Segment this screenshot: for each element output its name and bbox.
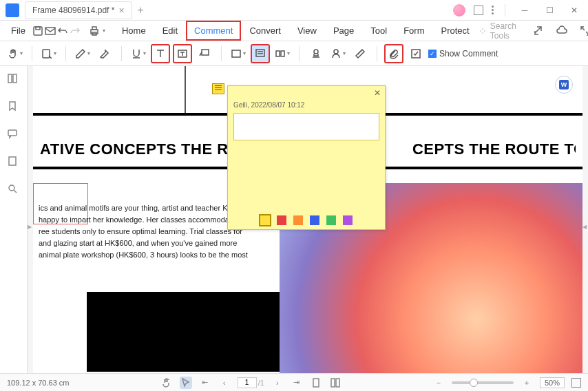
color-swatch[interactable] (293, 215, 303, 225)
note-tool-button[interactable] (251, 44, 270, 63)
file-menu[interactable]: File (6, 23, 31, 39)
search-panel-icon[interactable] (7, 183, 21, 197)
next-page-button[interactable]: › (271, 377, 284, 389)
mail-icon[interactable] (45, 23, 56, 39)
pencil-tool-button[interactable]: ▾ (73, 44, 92, 63)
document-canvas[interactable]: ▶ ATIVE CONCEPTS THE ROU CEPTS THE ROUTE… (28, 66, 588, 373)
close-tab-icon[interactable]: × (118, 5, 124, 16)
account-orb-icon[interactable] (453, 4, 465, 17)
svg-rect-2 (45, 28, 55, 34)
svg-rect-0 (34, 27, 42, 35)
sticky-note-marker[interactable] (212, 83, 224, 94)
stamp-tool-button[interactable] (306, 44, 326, 63)
hand-mode-icon[interactable] (160, 377, 173, 389)
page-dimensions: 109.12 x 70.63 cm (7, 379, 70, 387)
svg-rect-8 (202, 50, 209, 55)
save-icon[interactable] (32, 23, 43, 39)
sparkle-icon (479, 25, 486, 36)
svg-rect-4 (92, 27, 96, 30)
select-tool-button[interactable]: ▾ (39, 44, 59, 63)
show-comment-toggle[interactable]: ✓ Show Comment (428, 49, 498, 59)
undo-icon[interactable] (57, 23, 68, 39)
more-menu-icon[interactable] (492, 6, 494, 14)
maximize-button[interactable]: ☐ (541, 2, 558, 19)
sticky-close-button[interactable]: ✕ (374, 88, 381, 98)
search-tools[interactable]: Search Tools (479, 21, 521, 41)
page-number-input[interactable]: /1 (238, 377, 264, 388)
svg-point-14 (334, 50, 338, 54)
svg-rect-6 (43, 50, 50, 58)
color-swatch[interactable] (260, 215, 270, 225)
print-dropdown[interactable]: ▾ (101, 28, 105, 34)
svg-rect-19 (9, 157, 16, 165)
thumbnails-icon[interactable] (7, 73, 21, 87)
menu-tab-comment[interactable]: Comment (186, 21, 241, 41)
zoom-value[interactable]: 50% (540, 377, 565, 388)
share-icon[interactable] (530, 23, 547, 39)
prev-page-button[interactable]: ‹ (218, 377, 231, 389)
page-current-field[interactable] (238, 377, 257, 388)
first-page-button[interactable]: ⇤ (199, 377, 211, 389)
sticky-author: Geili, (233, 101, 249, 109)
expand-right-handle[interactable]: ◀ (582, 220, 588, 233)
fit-width-icon[interactable] (329, 377, 342, 389)
view-mode-icon[interactable] (571, 378, 581, 388)
export-word-badge[interactable]: W (555, 76, 573, 94)
menu-tab-view[interactable]: View (289, 21, 325, 41)
zoom-in-button[interactable]: + (521, 377, 533, 389)
app-action-icon[interactable] (474, 6, 483, 15)
comments-panel-icon[interactable] (7, 128, 21, 142)
svg-point-20 (9, 185, 14, 191)
color-swatch[interactable] (343, 215, 353, 225)
menu-tab-home[interactable]: Home (114, 21, 154, 41)
checklist-tool-button[interactable] (406, 44, 426, 63)
last-page-button[interactable]: ⇥ (291, 377, 303, 389)
select-mode-icon[interactable] (180, 377, 192, 389)
rectangle-tool-button[interactable]: ▾ (229, 44, 248, 63)
measure-tool-button[interactable] (350, 44, 370, 63)
menu-tab-convert[interactable]: Convert (241, 21, 289, 41)
zoom-slider[interactable] (452, 381, 514, 384)
color-swatch[interactable] (310, 215, 319, 225)
svg-rect-1 (36, 27, 40, 30)
print-icon[interactable] (89, 23, 100, 39)
cloud-icon[interactable] (554, 23, 570, 39)
menu-tab-page[interactable]: Page (325, 21, 362, 41)
callout-tool-button[interactable] (195, 44, 214, 63)
zoom-out-button[interactable]: − (432, 377, 445, 389)
eraser-tool-button[interactable] (95, 44, 114, 63)
svg-rect-21 (313, 379, 319, 387)
left-sidebar (0, 66, 28, 373)
text-box-tool-button[interactable] (173, 44, 192, 63)
underline-tool-button[interactable]: ▾ (129, 44, 148, 63)
bookmark-icon[interactable] (7, 101, 21, 114)
document-body-text: ics and animal motifs are your thing, ar… (39, 202, 252, 261)
app-logo-icon (6, 3, 19, 17)
document-tab[interactable]: Frame 48096914.pdf * × (25, 1, 132, 19)
text-tool-button[interactable] (151, 44, 170, 63)
attachments-panel-icon[interactable] (7, 156, 21, 169)
menu-tab-tool[interactable]: Tool (362, 21, 395, 41)
signature-tool-button[interactable]: ▾ (328, 44, 348, 63)
svg-point-13 (314, 50, 318, 54)
add-tab-button[interactable]: + (138, 4, 144, 17)
close-window-button[interactable]: ✕ (566, 2, 582, 19)
expand-icon[interactable] (577, 23, 588, 39)
sticky-text-input[interactable] (233, 113, 379, 140)
menu-tab-edit[interactable]: Edit (154, 21, 186, 41)
redo-icon[interactable] (70, 23, 81, 39)
svg-rect-10 (256, 50, 264, 56)
color-swatch[interactable] (277, 215, 286, 225)
attachment-tool-button[interactable] (384, 44, 403, 63)
tab-filename: Frame 48096914.pdf * (32, 6, 114, 15)
menu-tab-protect[interactable]: Protect (432, 21, 477, 41)
expand-left-handle[interactable]: ▶ (28, 220, 33, 233)
statusbar: 109.12 x 70.63 cm ⇤ ‹ /1 › ⇥ − + 50% (0, 373, 588, 391)
hand-tool-button[interactable]: ▾ (6, 44, 25, 63)
menu-tab-form[interactable]: Form (395, 21, 432, 41)
svg-rect-23 (336, 379, 339, 387)
minimize-button[interactable]: ─ (516, 2, 533, 19)
area-tool-button[interactable]: ▾ (273, 44, 292, 63)
fit-page-icon[interactable] (310, 377, 322, 389)
color-swatch[interactable] (326, 215, 336, 225)
